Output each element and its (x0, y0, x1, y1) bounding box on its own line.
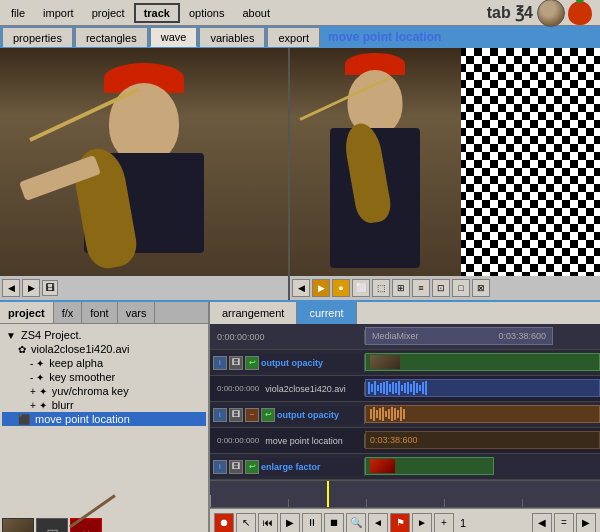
tl-tab-arrangement[interactable]: arrangement (210, 302, 297, 324)
right-prev-btn[interactable]: ◀ (292, 279, 310, 297)
tl-file-time: 0:00:00:000 (213, 384, 263, 393)
counter-display: 1 (460, 517, 466, 529)
tab-export[interactable]: export (267, 27, 320, 47)
arrow-btn-2[interactable]: ↩ (261, 408, 275, 422)
right-ctrl4[interactable]: ≡ (412, 279, 430, 297)
right-play-btn[interactable]: ▶ (312, 279, 330, 297)
info-btn-3[interactable]: i (213, 460, 227, 474)
film-btn-2[interactable]: 🎞 (229, 408, 243, 422)
prev-frame-btn[interactable]: ◀ (2, 279, 20, 297)
prev-section-btn[interactable]: ◀ (532, 513, 552, 533)
tab-properties[interactable]: properties (2, 27, 73, 47)
info-btn-2[interactable]: i (213, 408, 227, 422)
info-btn-1[interactable]: i (213, 356, 227, 370)
thumb-3-icon: ✕ (82, 529, 90, 533)
opacity2-clip (365, 405, 600, 423)
tab-wave[interactable]: wave (150, 27, 198, 47)
mediamixer-endtime: 0:03:38:600 (498, 331, 546, 341)
menu-import[interactable]: import (34, 4, 83, 22)
app-tab-indicator: tab ℥4 (487, 0, 598, 27)
tl-mediamixer-ctrl: 0:00:00:000 (210, 330, 365, 344)
pause-btn[interactable]: ⏸ (302, 513, 322, 533)
proj-tab-vars[interactable]: vars (118, 302, 156, 323)
timeline-content: 0:00:00:000 MediaMixer 0:03:38:600 i 🎞 (210, 324, 600, 480)
menu-project[interactable]: project (83, 4, 134, 22)
right-yellow-btn[interactable]: ● (332, 279, 350, 297)
menu-about[interactable]: about (233, 4, 279, 22)
tree-blurr-label: blurr (52, 399, 74, 411)
tl-file-track[interactable] (365, 376, 600, 401)
tl-opacity2-track[interactable] (365, 402, 600, 427)
tree-blurr[interactable]: + ✦ blurr (2, 398, 206, 412)
mediamixer-label: MediaMixer (372, 331, 419, 341)
mark-start-btn[interactable]: ◄ (368, 513, 388, 533)
tree-yuv[interactable]: + ✦ yuv/chroma key (2, 384, 206, 398)
app-logo: tab ℥4 (487, 3, 533, 22)
tab-variables[interactable]: variables (199, 27, 265, 47)
tree-yuv-icon: + ✦ (30, 386, 47, 397)
menu-file[interactable]: file (2, 4, 34, 22)
wave-btn-2[interactable]: ~ (245, 408, 259, 422)
tree-mp-icon: ⬛ (18, 414, 30, 425)
cursor-btn[interactable]: ↖ (236, 513, 256, 533)
right-ctrl2[interactable]: ⬚ (372, 279, 390, 297)
tl-enlarge-row: i 🎞 ↩ enlarge factor (210, 454, 600, 480)
stop-btn[interactable]: ⏹ (324, 513, 344, 533)
enlarge-clip (365, 457, 494, 475)
bottom-section: project f/x font vars ▼ ZS4 Project. ✿ v… (0, 300, 600, 532)
right-ctrl1[interactable]: ⬜ (352, 279, 370, 297)
project-panel: project f/x font vars ▼ ZS4 Project. ✿ v… (0, 302, 210, 532)
tl-enlarge-track[interactable] (365, 454, 600, 479)
tree-file[interactable]: ✿ viola2close1i420.avi (2, 342, 206, 356)
menu-options[interactable]: options (180, 4, 233, 22)
movept-time-end: 0:03:38:600 (370, 435, 418, 445)
tl-mediamixer-track[interactable]: MediaMixer 0:03:38:600 (365, 324, 600, 349)
film-btn-1[interactable]: 🎞 (229, 356, 243, 370)
tl-tab-current[interactable]: current (297, 302, 356, 324)
play-btn[interactable]: ▶ (280, 513, 300, 533)
menu-track[interactable]: track (134, 3, 180, 23)
playhead[interactable] (327, 481, 329, 507)
proj-tab-font[interactable]: font (82, 302, 117, 323)
tl-file-ctrl: 0:00:00:000 viola2close1i420.avi (210, 382, 365, 396)
tree-keep-alpha[interactable]: - ✦ keep alpha (2, 356, 206, 370)
right-ctrl3[interactable]: ⊞ (392, 279, 410, 297)
tree-ka-label: keep alpha (49, 357, 103, 369)
right-ctrl5[interactable]: ⊡ (432, 279, 450, 297)
tree-file-label: viola2close1i420.avi (31, 343, 129, 355)
tl-movept-time: 0:00:00:000 (213, 436, 263, 445)
proj-tab-project[interactable]: project (0, 302, 54, 323)
tl-opacity1-track[interactable] (365, 350, 600, 375)
right-ctrl7[interactable]: ⊠ (472, 279, 490, 297)
zoom-btn[interactable]: 🔍 (346, 513, 366, 533)
arrow-btn-1[interactable]: ↩ (245, 356, 259, 370)
film-btn-3[interactable]: 🎞 (229, 460, 243, 474)
thumb-2[interactable]: ⊞ (36, 518, 68, 532)
tl-opacity2-row: i 🎞 ~ ↩ output opacity (210, 402, 600, 428)
eq-btn[interactable]: = (554, 513, 574, 533)
thumb-1[interactable] (2, 518, 34, 532)
add-marker-btn[interactable]: + (434, 513, 454, 533)
tree-move-point[interactable]: ⬛ move point location (2, 412, 206, 426)
tree-expand-icon: ▼ (6, 330, 16, 341)
arrow-btn-3[interactable]: ↩ (245, 460, 259, 474)
next-frame-btn[interactable]: ▶ (22, 279, 40, 297)
enlarge-thumb (370, 459, 395, 473)
tab-rectangles[interactable]: rectangles (75, 27, 148, 47)
opacity1-thumb (370, 355, 400, 369)
tree-key-smoother[interactable]: - ✦ key smoother (2, 370, 206, 384)
secondary-tab-bar: properties rectangles wave variables exp… (0, 26, 600, 48)
film-icon[interactable]: 🎞 (42, 280, 58, 296)
rew-btn[interactable]: ⏮ (258, 513, 278, 533)
left-video-panel: ◀ ▶ 🎞 (0, 48, 290, 300)
tree-root[interactable]: ▼ ZS4 Project. (2, 328, 206, 342)
right-ctrl6[interactable]: □ (452, 279, 470, 297)
proj-tab-fx[interactable]: f/x (54, 302, 83, 323)
flag-btn[interactable]: ⚑ (390, 513, 410, 533)
file-waveform (365, 379, 600, 397)
mark-end-btn[interactable]: ► (412, 513, 432, 533)
next-section-btn[interactable]: ▶ (576, 513, 596, 533)
record-btn[interactable]: ⏺ (214, 513, 234, 533)
tl-movept-track[interactable]: 0:03:38:600 (365, 428, 600, 453)
transport-timeline[interactable] (210, 480, 600, 508)
